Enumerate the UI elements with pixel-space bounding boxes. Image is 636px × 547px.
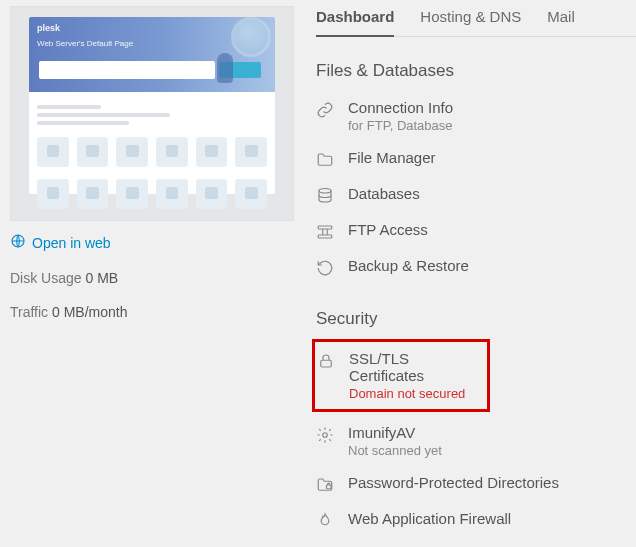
tab-mail[interactable]: Mail (547, 8, 575, 36)
tab-dashboard[interactable]: Dashboard (316, 8, 394, 37)
item-label: Web Application Firewall (348, 510, 511, 527)
tabs: Dashboard Hosting & DNS Mail (316, 8, 636, 37)
flame-icon (316, 512, 334, 530)
link-icon (316, 101, 334, 119)
item-password-protected-directories[interactable]: Password-Protected Directories (316, 466, 636, 502)
item-label: ImunifyAV (348, 424, 442, 441)
svg-rect-3 (318, 235, 332, 238)
item-web-application-firewall[interactable]: Web Application Firewall (316, 502, 636, 538)
thumbnail-content: plesk Web Server's Default Page (29, 17, 275, 194)
item-backup-restore[interactable]: Backup & Restore (316, 249, 636, 285)
item-databases[interactable]: Databases (316, 177, 636, 213)
section-files-databases: Files & Databases (316, 61, 636, 81)
traffic: Traffic 0 MB/month (10, 304, 294, 320)
svg-rect-2 (318, 226, 332, 229)
folder-lock-icon (316, 476, 334, 494)
item-label: Databases (348, 185, 420, 202)
item-file-manager[interactable]: File Manager (316, 141, 636, 177)
thumb-graphic (211, 21, 281, 91)
globe-icon (10, 233, 26, 252)
item-label: Backup & Restore (348, 257, 469, 274)
thumb-search-placeholder (39, 61, 215, 79)
item-sublabel: Not scanned yet (348, 443, 442, 458)
item-label: FTP Access (348, 221, 428, 238)
item-ftp-access[interactable]: FTP Access (316, 213, 636, 249)
open-in-web-link[interactable]: Open in web (10, 233, 294, 252)
right-column: Dashboard Hosting & DNS Mail Files & Dat… (316, 8, 636, 547)
thumb-headline: Web Server's Default Page (37, 39, 133, 48)
open-in-web-label: Open in web (32, 235, 111, 251)
traffic-label: Traffic (10, 304, 48, 320)
item-label: File Manager (348, 149, 436, 166)
svg-rect-4 (321, 360, 332, 367)
thumbnail-hero: plesk Web Server's Default Page (29, 17, 275, 92)
tab-hosting-dns[interactable]: Hosting & DNS (420, 8, 521, 36)
disk-usage-label: Disk Usage (10, 270, 82, 286)
item-advisor[interactable]: Advisor (316, 538, 636, 547)
item-sublabel: for FTP, Database (348, 118, 453, 133)
backup-icon (316, 259, 334, 277)
item-label: Connection Info (348, 99, 453, 116)
svg-rect-6 (327, 485, 332, 489)
traffic-value: 0 MB/month (52, 304, 127, 320)
database-icon (316, 187, 334, 205)
highlight-ssl: SSL/TLS Certificates Domain not secured (312, 339, 490, 412)
gear-icon (316, 426, 334, 444)
disk-usage-value: 0 MB (85, 270, 118, 286)
section-security: Security (316, 309, 636, 329)
lock-icon (317, 352, 335, 370)
site-thumbnail[interactable]: plesk Web Server's Default Page (10, 6, 294, 221)
item-label: Password-Protected Directories (348, 474, 559, 491)
svg-point-5 (323, 433, 328, 438)
disk-usage: Disk Usage 0 MB (10, 270, 294, 286)
item-ssl-tls[interactable]: SSL/TLS Certificates Domain not secured (317, 348, 481, 403)
thumb-brand: plesk (37, 23, 60, 33)
item-sublabel: Domain not secured (349, 386, 481, 401)
left-column: plesk Web Server's Default Page (10, 6, 294, 320)
item-connection-info[interactable]: Connection Info for FTP, Database (316, 91, 636, 141)
item-imunifyav[interactable]: ImunifyAV Not scanned yet (316, 416, 636, 466)
svg-point-1 (319, 189, 331, 194)
thumb-body (37, 105, 267, 209)
ftp-icon (316, 223, 334, 241)
item-label: SSL/TLS Certificates (349, 350, 481, 384)
folder-icon (316, 151, 334, 169)
